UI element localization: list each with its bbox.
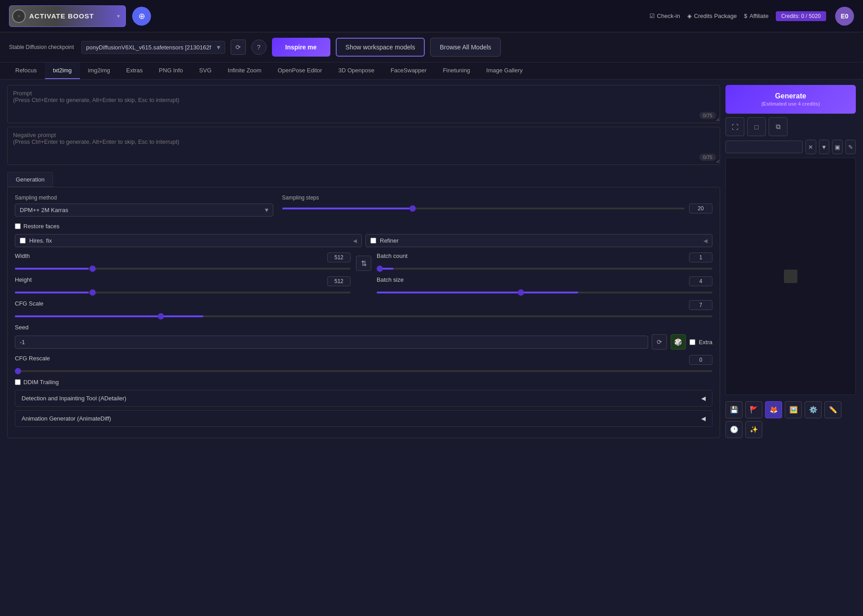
sampling-steps-slider-row: [282, 204, 713, 213]
sampling-method-label: Sampling method: [15, 195, 273, 201]
copy-image-button[interactable]: □: [747, 117, 766, 136]
tab-3dopenpose[interactable]: 3D Openpose: [330, 62, 383, 79]
seed-random-button[interactable]: 🎲: [671, 334, 686, 350]
settings-icon-button[interactable]: ⚙️: [805, 401, 822, 418]
inspire-me-button[interactable]: Inspire me: [272, 38, 330, 57]
prompt-input[interactable]: [8, 85, 720, 121]
hires-refiner-row: Hires. fix ◀ Refiner ◀: [15, 234, 712, 247]
seed-input[interactable]: [15, 336, 648, 349]
prompt-box: 0/75: [7, 85, 720, 123]
package-icon: ◈: [687, 13, 692, 19]
checkin-link[interactable]: ☑ Check-in: [649, 13, 680, 19]
sampling-method-select[interactable]: DPM++ 2M Karras: [15, 204, 273, 217]
height-value[interactable]: [327, 276, 351, 286]
restore-faces-label: Restore faces: [23, 223, 59, 230]
tab-svg[interactable]: SVG: [191, 62, 219, 79]
generate-sublabel: (Estimated use 4 credits): [733, 101, 849, 106]
sparkle-icon-button[interactable]: ✨: [745, 421, 762, 438]
tab-finetuning[interactable]: Finetuning: [435, 62, 478, 79]
negative-prompt-input[interactable]: [8, 127, 720, 163]
credits-package-link[interactable]: ◈ Credits Package: [687, 13, 737, 19]
tab-imagegallery[interactable]: Image Gallery: [478, 62, 531, 79]
browse-all-models-button[interactable]: Browse All Models: [430, 38, 500, 57]
extra-checkbox[interactable]: [690, 339, 695, 345]
refiner-box[interactable]: Refiner ◀: [365, 234, 712, 247]
negative-prompt-counter: 0/75: [699, 154, 716, 161]
discord-button[interactable]: ⊕: [132, 7, 151, 26]
style-clear-button[interactable]: ✕: [805, 140, 816, 154]
fullscreen-button[interactable]: ⛶: [725, 117, 744, 136]
tab-txt2img[interactable]: txt2img: [45, 62, 80, 79]
style-apply-button[interactable]: ▣: [832, 140, 843, 154]
style-dropdown-button[interactable]: ▼: [819, 140, 830, 154]
hires-fix-box[interactable]: Hires. fix ◀: [15, 234, 362, 247]
refresh-checkpoint-button[interactable]: ⟳: [231, 40, 246, 55]
tab-infinitezoom[interactable]: Infinite Zoom: [220, 62, 270, 79]
generation-panel: Sampling method DPM++ 2M Karras ▼ Sampli…: [7, 187, 720, 438]
seed-reset-button[interactable]: ⟳: [652, 334, 667, 350]
fire-icon-button[interactable]: 🦊: [765, 401, 782, 418]
seed-label: Seed: [15, 324, 28, 331]
checkin-icon: ☑: [649, 13, 655, 19]
restore-faces-checkbox[interactable]: [15, 223, 21, 229]
batch-size-value[interactable]: [689, 276, 712, 286]
tab-openpose[interactable]: OpenPose Editor: [270, 62, 330, 79]
tab-extras[interactable]: Extras: [118, 62, 151, 79]
cfg-scale-label: CFG Scale: [15, 300, 44, 310]
tabs-bar: Refocus txt2img img2img Extras PNG Info …: [0, 62, 863, 80]
style-edit-button[interactable]: ✎: [845, 140, 856, 154]
paste-image-button[interactable]: ⧉: [769, 117, 787, 136]
help-button[interactable]: ?: [251, 40, 267, 55]
activate-boost-button[interactable]: ○ ACTIVATE BOOST ▼: [9, 5, 126, 27]
hires-fix-checkbox[interactable]: [20, 238, 26, 244]
sampling-steps-label: Sampling steps: [282, 195, 713, 201]
height-slider[interactable]: [15, 292, 351, 293]
avatar[interactable]: E0: [835, 7, 854, 26]
prompt-counter: 0/75: [699, 112, 716, 119]
gallery-icon-button[interactable]: 🖼️: [785, 401, 802, 418]
sampling-steps-value[interactable]: [689, 204, 712, 213]
cfg-scale-slider[interactable]: [15, 315, 712, 317]
batch-count-label: Batch count: [377, 253, 408, 262]
width-value[interactable]: [327, 253, 351, 262]
batch-count-slider[interactable]: [377, 268, 712, 270]
adetailer-collapsible[interactable]: Detection and Inpainting Tool (ADetailer…: [15, 390, 712, 407]
affiliate-link[interactable]: $ Affiliate: [744, 13, 769, 19]
pencil-icon-button[interactable]: ✏️: [824, 401, 841, 418]
batch-count-value[interactable]: [689, 253, 712, 262]
style-input[interactable]: [725, 141, 803, 153]
cfg-scale-group: CFG Scale: [15, 300, 712, 319]
cfg-rescale-slider[interactable]: [15, 370, 712, 372]
image-canvas: [725, 158, 856, 395]
tab-pnginfo[interactable]: PNG Info: [151, 62, 191, 79]
generate-button[interactable]: Generate (Estimated use 4 credits): [725, 85, 856, 114]
left-panel: 0/75 0/75 Generation Sampling method DPM…: [7, 85, 720, 438]
ddim-trailing-row: DDIM Trailing: [15, 379, 712, 386]
cfg-scale-value[interactable]: [689, 300, 712, 310]
history-icon-button[interactable]: 🕐: [725, 421, 743, 438]
adetailer-label: Detection and Inpainting Tool (ADetailer…: [22, 395, 126, 402]
tab-refocus[interactable]: Refocus: [7, 62, 45, 79]
animatediff-collapsible[interactable]: Animation Generator (AnimateDiff) ◀: [15, 410, 712, 427]
tab-faceswapper[interactable]: FaceSwapper: [383, 62, 435, 79]
show-workspace-models-button[interactable]: Show workspace models: [336, 38, 425, 57]
sampling-steps-slider[interactable]: [282, 208, 685, 209]
width-label: Width: [15, 253, 30, 262]
width-slider[interactable]: [15, 268, 351, 270]
batch-size-slider[interactable]: [377, 292, 712, 293]
ddim-trailing-checkbox[interactable]: [15, 379, 21, 385]
swap-dimensions-button[interactable]: ⇅: [356, 256, 371, 271]
checkpoint-bar: Stable Diffusion checkpoint ponyDiffusio…: [0, 32, 863, 62]
save-icon-button[interactable]: 💾: [725, 401, 743, 418]
animatediff-label: Animation Generator (AnimateDiff): [22, 415, 111, 422]
refiner-label: Refiner: [380, 237, 399, 244]
tab-img2img[interactable]: img2img: [80, 62, 118, 79]
checkpoint-select[interactable]: ponyDiffusionV6XL_v615.safetensors [2130…: [81, 41, 225, 54]
canvas-placeholder: [784, 270, 797, 283]
refiner-checkbox[interactable]: [370, 238, 376, 244]
flag-icon-button[interactable]: 🚩: [745, 401, 762, 418]
refiner-arrow-icon: ◀: [703, 238, 707, 244]
cfg-rescale-value[interactable]: [689, 355, 712, 365]
generation-section-tab[interactable]: Generation: [7, 172, 53, 187]
sampling-method-group: Sampling method DPM++ 2M Karras ▼: [15, 195, 273, 217]
